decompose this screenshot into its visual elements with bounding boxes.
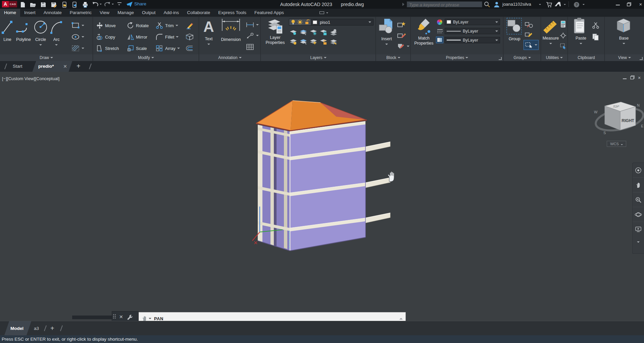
search-icon[interactable] xyxy=(484,1,490,7)
panel-label-draw[interactable]: Draw xyxy=(0,54,93,61)
create-block-button[interactable] xyxy=(397,20,406,30)
viewport-restore-button[interactable] xyxy=(630,75,635,80)
panel-label-utilities[interactable]: Utilities xyxy=(541,54,567,61)
tab-layout-a3[interactable]: a3 xyxy=(34,321,39,336)
command-history-chevron[interactable] xyxy=(399,318,403,320)
autocad-logo-icon[interactable]: A xyxy=(2,1,9,7)
copy-button[interactable]: Copy xyxy=(96,32,115,42)
autodesk-menu-caret[interactable] xyxy=(564,4,566,5)
undo-menu-caret[interactable] xyxy=(100,4,102,5)
user-avatar-icon[interactable] xyxy=(493,1,500,7)
user-menu-caret[interactable] xyxy=(539,4,541,5)
text-button[interactable]: A Text xyxy=(201,17,216,46)
qat-customize-caret[interactable] xyxy=(118,4,120,5)
paste-button[interactable]: Paste xyxy=(573,17,589,45)
base-flyout-caret[interactable] xyxy=(623,43,625,44)
leader-button[interactable] xyxy=(246,31,259,40)
cart-icon[interactable] xyxy=(546,1,552,7)
autodesk-logo-icon[interactable] xyxy=(554,1,561,7)
tab-annotate[interactable]: Annotate xyxy=(40,9,66,17)
layer-off-icon[interactable] xyxy=(289,29,297,36)
tab-home[interactable]: Home xyxy=(0,9,20,17)
viewport-visual-style-control[interactable]: [Conceptual] xyxy=(35,76,59,81)
rectangle-button[interactable] xyxy=(71,21,84,30)
edit-attributes-caret[interactable] xyxy=(407,46,409,47)
nav-zoom-button[interactable] xyxy=(633,192,644,207)
rectangle-flyout-caret[interactable] xyxy=(82,25,84,26)
wcs-dropdown[interactable]: WCS xyxy=(607,141,626,147)
trim-button[interactable]: Trim xyxy=(155,21,178,30)
nav-orbit-button[interactable] xyxy=(633,207,644,222)
linear-dimension-button[interactable] xyxy=(246,20,259,30)
properties-dialog-launcher[interactable] xyxy=(499,57,502,60)
scale-button[interactable]: Scale xyxy=(127,44,147,53)
edit-attributes-button[interactable] xyxy=(397,42,409,51)
panel-label-modify[interactable]: Modify xyxy=(93,54,199,61)
layer-on-bulb-icon[interactable] xyxy=(291,19,296,25)
leader-caret[interactable] xyxy=(256,35,259,36)
undo-icon[interactable] xyxy=(92,1,99,7)
compass-e[interactable]: E xyxy=(641,124,643,128)
layer-on-icon[interactable] xyxy=(289,38,297,45)
copy-clip-button[interactable] xyxy=(592,32,600,42)
arc-button[interactable]: Arc xyxy=(50,17,63,47)
new-file-icon[interactable] xyxy=(19,1,26,7)
save-icon[interactable] xyxy=(40,1,47,7)
command-customize-wrench-icon[interactable] xyxy=(127,314,133,321)
panel-label-groups[interactable]: Groups xyxy=(504,54,541,61)
mirror-button[interactable]: Mirror xyxy=(127,32,147,42)
command-options-caret[interactable] xyxy=(149,318,151,319)
object-color-dropdown[interactable]: ByLayer xyxy=(445,19,500,25)
edit-block-button[interactable] xyxy=(397,31,406,40)
autocad-logo-cad-text[interactable]: CAD xyxy=(9,1,17,7)
layer-make-current-icon[interactable] xyxy=(330,29,338,36)
cut-button[interactable] xyxy=(592,21,600,30)
window-close-button[interactable]: × xyxy=(636,0,644,9)
match-properties-button[interactable]: Match Properties xyxy=(413,17,435,46)
navbar-menu-caret[interactable] xyxy=(637,241,640,243)
ellipse-flyout-caret[interactable] xyxy=(82,36,84,38)
new-tab-button[interactable]: + xyxy=(77,61,81,71)
layer-dropdown[interactable]: piso1 xyxy=(289,19,374,25)
dimension-button[interactable]: Dimension xyxy=(218,17,244,42)
offset-button[interactable] xyxy=(185,44,194,53)
compass-s[interactable]: S xyxy=(603,131,606,135)
insert-flyout-caret[interactable] xyxy=(385,44,388,45)
panel-label-layers[interactable]: Layers xyxy=(261,54,376,61)
layer-properties-button[interactable]: Layer Properties xyxy=(263,17,287,45)
drawing-area[interactable]: [−][Custom View][Conceptual] × xyxy=(0,72,644,321)
linetype-dropdown[interactable]: ByLayer xyxy=(445,28,500,34)
new-layout-button[interactable]: + xyxy=(50,321,54,336)
quick-select-button[interactable] xyxy=(560,42,566,51)
ellipse-button[interactable] xyxy=(71,32,84,42)
panel-label-properties[interactable]: Properties xyxy=(411,54,503,61)
ungroup-button[interactable] xyxy=(525,20,533,30)
share-icon[interactable] xyxy=(126,1,133,7)
circle-flyout-caret[interactable] xyxy=(39,44,42,46)
tab-collaborate[interactable]: Collaborate xyxy=(183,9,214,17)
ribbon-collapse-caret[interactable] xyxy=(326,12,328,13)
hatch-flyout-caret[interactable] xyxy=(82,48,84,49)
panel-label-clipboard[interactable]: Clipboard xyxy=(568,54,604,61)
layer-thaw-icon[interactable] xyxy=(309,38,317,45)
nav-pan-button[interactable] xyxy=(633,178,644,192)
group-button[interactable]: Group xyxy=(506,17,523,41)
save-as-icon[interactable] xyxy=(50,1,57,7)
measure-button[interactable]: Measure xyxy=(542,17,559,45)
rotate-button[interactable]: Rotate xyxy=(127,21,149,30)
command-dock-handle-bar[interactable] xyxy=(72,316,112,319)
layer-color-swatch[interactable] xyxy=(313,20,317,24)
open-from-web-icon[interactable] xyxy=(61,1,68,7)
layer-thaw-sun-icon[interactable] xyxy=(297,19,303,25)
tab-output[interactable]: Output xyxy=(138,9,160,17)
command-dock-grip[interactable] xyxy=(113,314,116,319)
linetype-icon[interactable] xyxy=(437,29,443,34)
fillet-flyout-caret[interactable] xyxy=(176,36,179,38)
layer-unlock-icon[interactable] xyxy=(304,19,309,25)
nav-wheel-button[interactable] xyxy=(633,163,644,178)
share-button[interactable]: Share xyxy=(134,1,146,6)
layer-isolate-icon[interactable] xyxy=(299,29,307,36)
erase-button[interactable] xyxy=(185,21,194,30)
move-button[interactable]: Move xyxy=(96,21,116,30)
layer-lock-icon[interactable] xyxy=(319,29,328,36)
